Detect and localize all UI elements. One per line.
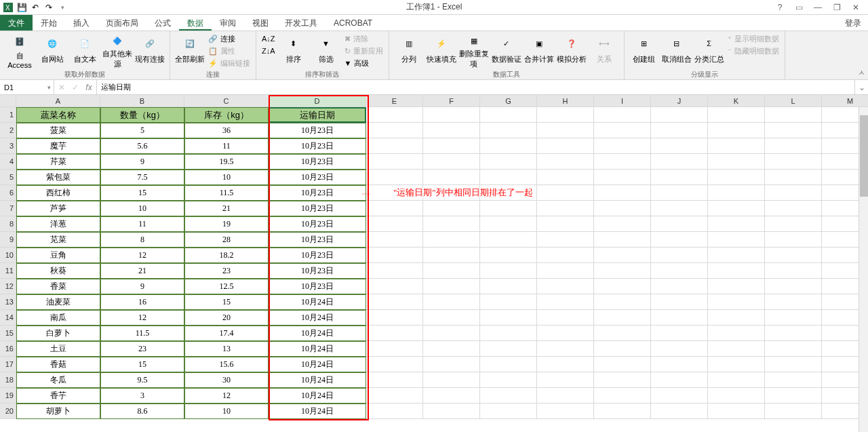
select-all-corner[interactable] [0, 95, 16, 107]
cell-C11[interactable]: 23 [184, 263, 269, 279]
btn-data-validation[interactable]: ✓数据验证 [491, 33, 522, 69]
cell-C7[interactable]: 21 [184, 201, 269, 216]
cell-J1[interactable] [651, 107, 708, 123]
tab-home[interactable]: 开始 [33, 15, 65, 31]
cell-C4[interactable]: 19.5 [184, 154, 269, 170]
btn-properties[interactable]: 📋属性 [207, 45, 252, 57]
cell-J11[interactable] [651, 263, 708, 279]
cell-I9[interactable] [594, 232, 651, 248]
cell-I17[interactable] [594, 357, 651, 372]
cell-K4[interactable] [708, 154, 765, 170]
cell-I5[interactable] [594, 170, 651, 185]
cell-I4[interactable] [594, 154, 651, 170]
tab-file[interactable]: 文件 [0, 15, 33, 31]
restore-icon[interactable]: ❐ [829, 3, 845, 12]
cell-D4[interactable]: 10月23日 [269, 154, 366, 170]
cell-L6[interactable] [765, 185, 822, 201]
cell-F7[interactable] [423, 201, 480, 216]
cell-L1[interactable] [765, 107, 822, 123]
cell-C14[interactable]: 20 [184, 310, 269, 326]
cell-H5[interactable] [537, 170, 594, 185]
cell-J13[interactable] [651, 294, 708, 310]
cell-C6[interactable]: 11.5 [184, 185, 269, 201]
cell-B20[interactable]: 8.6 [100, 404, 184, 419]
btn-sort-desc[interactable]: Z↓A [260, 45, 277, 57]
cell-G5[interactable] [480, 170, 537, 185]
row-header-15[interactable]: 15 [0, 326, 16, 341]
cell-D3[interactable]: 10月23日 [269, 138, 366, 154]
cell-G19[interactable] [480, 388, 537, 404]
btn-edit-links[interactable]: ⚡编辑链接 [207, 57, 252, 69]
row-header-2[interactable]: 2 [0, 123, 16, 138]
cell-G7[interactable] [480, 201, 537, 216]
cell-H20[interactable] [537, 404, 594, 419]
cell-E20[interactable] [366, 404, 423, 419]
cell-K9[interactable] [708, 232, 765, 248]
cell-A12[interactable]: 香菜 [16, 279, 100, 294]
cell-K10[interactable] [708, 248, 765, 263]
cell-H18[interactable] [537, 372, 594, 388]
cell-H7[interactable] [537, 201, 594, 216]
cell-B6[interactable]: 15 [100, 185, 184, 201]
cell-H11[interactable] [537, 263, 594, 279]
cell-K2[interactable] [708, 123, 765, 138]
cell-A14[interactable]: 南瓜 [16, 310, 100, 326]
cell-B4[interactable]: 9 [100, 154, 184, 170]
cell-D9[interactable]: 10月23日 [269, 232, 366, 248]
cell-F17[interactable] [423, 357, 480, 372]
cell-F3[interactable] [423, 138, 480, 154]
cell-B1[interactable]: 数量（kg） [100, 107, 184, 123]
cell-J8[interactable] [651, 216, 708, 232]
cell-B5[interactable]: 7.5 [100, 170, 184, 185]
cell-C3[interactable]: 11 [184, 138, 269, 154]
cell-A15[interactable]: 白萝卜 [16, 326, 100, 341]
cell-L13[interactable] [765, 294, 822, 310]
cell-B3[interactable]: 5.6 [100, 138, 184, 154]
cell-K19[interactable] [708, 388, 765, 404]
cell-A20[interactable]: 胡萝卜 [16, 404, 100, 419]
cell-H1[interactable] [537, 107, 594, 123]
btn-sort-asc[interactable]: A↓Z [260, 33, 277, 45]
cell-C9[interactable]: 28 [184, 232, 269, 248]
cell-G15[interactable] [480, 326, 537, 341]
cell-J12[interactable] [651, 279, 708, 294]
cell-L14[interactable] [765, 310, 822, 326]
tab-review[interactable]: 审阅 [212, 15, 244, 31]
cell-J9[interactable] [651, 232, 708, 248]
cell-I16[interactable] [594, 341, 651, 357]
col-header-I[interactable]: I [594, 95, 651, 107]
cell-C10[interactable]: 18.2 [184, 248, 269, 263]
cell-G14[interactable] [480, 310, 537, 326]
cell-B9[interactable]: 8 [100, 232, 184, 248]
cell-F14[interactable] [423, 310, 480, 326]
col-header-K[interactable]: K [708, 95, 765, 107]
cell-C17[interactable]: 15.6 [184, 357, 269, 372]
cell-K1[interactable] [708, 107, 765, 123]
cell-H12[interactable] [537, 279, 594, 294]
help-icon[interactable]: ? [772, 3, 788, 12]
scrollbar-thumb[interactable] [860, 115, 868, 197]
btn-hide-detail[interactable]: ⁻隐藏明细数据 [726, 45, 781, 57]
cell-D10[interactable]: 10月23日 [269, 248, 366, 263]
cell-A2[interactable]: 菠菜 [16, 123, 100, 138]
cell-A17[interactable]: 香菇 [16, 357, 100, 372]
cell-F15[interactable] [423, 326, 480, 341]
cell-I20[interactable] [594, 404, 651, 419]
cell-D5[interactable]: 10月23日 [269, 170, 366, 185]
cell-A13[interactable]: 油麦菜 [16, 294, 100, 310]
cell-J18[interactable] [651, 372, 708, 388]
cell-H2[interactable] [537, 123, 594, 138]
cell-L12[interactable] [765, 279, 822, 294]
col-header-M[interactable]: M [822, 95, 868, 107]
cell-K11[interactable] [708, 263, 765, 279]
cell-K18[interactable] [708, 372, 765, 388]
cell-L16[interactable] [765, 341, 822, 357]
btn-connections[interactable]: 🔗连接 [207, 33, 252, 45]
cell-K7[interactable] [708, 201, 765, 216]
tab-data[interactable]: 数据 [179, 15, 212, 31]
btn-group[interactable]: ⊞创建组 [629, 33, 660, 69]
row-header-9[interactable]: 9 [0, 232, 16, 248]
cell-B13[interactable]: 16 [100, 294, 184, 310]
cell-J4[interactable] [651, 154, 708, 170]
col-header-B[interactable]: B [100, 95, 184, 107]
